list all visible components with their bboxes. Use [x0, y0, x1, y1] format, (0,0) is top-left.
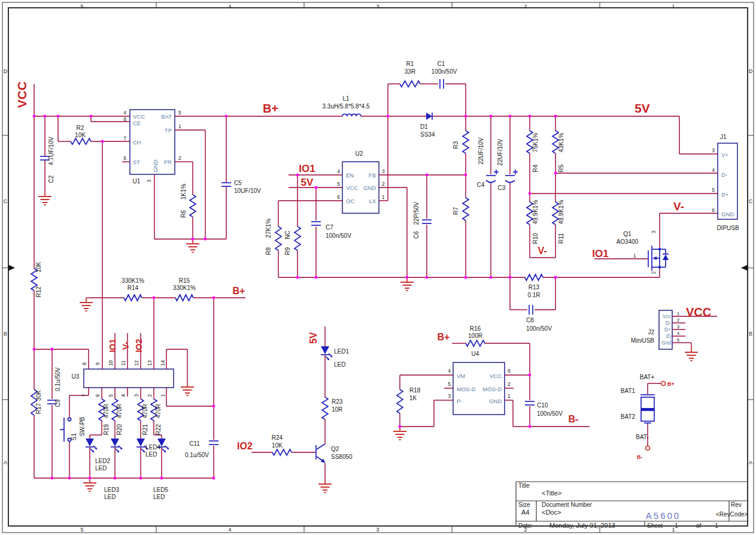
label-nums-4: 4 — [337, 168, 340, 174]
resistor-R18 — [397, 389, 403, 413]
label-nums-3: 3 — [133, 394, 139, 397]
label-nums-1: 1 — [160, 394, 166, 397]
junction-dot — [296, 276, 299, 279]
label-parts-r23: R23 — [332, 398, 343, 405]
label-frame-cols-2: 3 — [376, 4, 379, 10]
label-nets-vminus: V- — [538, 246, 546, 256]
label-parts-r16: R16 — [470, 325, 481, 332]
label-nets-bminus: B- — [569, 414, 579, 424]
junction-dot — [212, 297, 215, 300]
label-parts-v470: 470R — [116, 404, 123, 418]
label-nets-io2: IO2 — [237, 441, 253, 451]
label-nets-bplus: B+ — [263, 102, 278, 115]
label-frame-cols-0: 5 — [80, 4, 83, 10]
junction-dot — [192, 238, 195, 241]
label-parts-s1: S1 — [71, 433, 77, 440]
label-nums-7: 7 — [81, 394, 87, 397]
junction-dot — [204, 238, 207, 241]
label-sheet-rev_label: Rev — [731, 501, 742, 508]
junction-dot — [554, 115, 557, 118]
label-sheet-code: A5600 — [646, 510, 681, 521]
capacitor-C4 — [486, 180, 496, 183]
label-frame-cols-4: 1 — [672, 527, 675, 533]
label-parts-q2: Q2 — [331, 446, 339, 452]
label-nums-2: 2 — [651, 271, 657, 274]
label-parts-s1v: SW-PB — [79, 416, 86, 436]
label-nets-io1: IO1 — [108, 339, 117, 353]
label-parts-l1v: 3.3uH/5.8*5.8*4.5 — [323, 103, 370, 110]
label-nums-2: 2 — [147, 394, 153, 397]
junction-dot — [426, 174, 429, 177]
junction-dot — [153, 297, 156, 300]
label-parts-r12: R12 — [35, 286, 42, 297]
label-parts-r5: R5 — [558, 164, 564, 172]
label-pins-mosd: MOS-D — [457, 386, 476, 392]
label-pins-oc: OC — [346, 198, 354, 204]
label-parts-v22uf: 22UF/10V — [478, 137, 484, 164]
ground-icon — [38, 192, 51, 205]
label-parts-led: LED — [95, 465, 107, 471]
label-nets-io2: IO2 — [134, 339, 144, 353]
resistor-R16 — [466, 340, 485, 346]
ground-icon — [400, 277, 414, 291]
resistor-R7 — [463, 198, 469, 220]
transistor-Q2 — [317, 444, 325, 449]
label-parts-r8: R8 — [265, 247, 272, 255]
label-parts-q1: Q1 — [623, 231, 631, 237]
junction-dot — [529, 192, 532, 195]
label-parts-r21: R21 — [142, 424, 148, 435]
label-nums-1: 1 — [382, 194, 385, 200]
label-parts-c8: C8 — [526, 317, 534, 324]
switch-S1 — [68, 418, 71, 421]
label-nums-7: 7 — [123, 135, 126, 141]
label-parts-r24: R24 — [272, 434, 283, 441]
ground-icon — [685, 347, 698, 361]
label-pins-vcc: VCC — [133, 113, 145, 120]
label-pins-vcc2: Vcc — [663, 313, 672, 319]
label-parts-v01u: 0.1u/50V — [54, 367, 61, 391]
junction-dot — [464, 115, 467, 118]
label-parts-v10k: 10K — [35, 262, 42, 273]
junction-dot — [387, 115, 390, 118]
label-parts-c11: C11 — [189, 440, 200, 447]
label-parts-r6: R6 — [180, 210, 187, 217]
label-frame-rows-0: D — [4, 68, 8, 74]
label-parts-c5v: 10UF/10V — [234, 188, 261, 194]
label-parts-r13v: 0.1R — [527, 292, 540, 298]
label-frame-cols-0: 5 — [80, 527, 83, 533]
label-sheet-doc_label: Document Number — [542, 501, 593, 508]
label-parts-c3: C3 — [498, 185, 506, 191]
label-nets-io1: IO1 — [299, 163, 315, 174]
junction-dot — [554, 276, 557, 279]
ground-icon — [393, 427, 406, 440]
resistor-R24 — [272, 449, 292, 455]
label-nets-vcc: VCC — [686, 306, 711, 319]
resistor-R6 — [190, 195, 196, 217]
label-parts-batm: BAT- — [636, 434, 648, 440]
frame-left-arrow-icon — [8, 265, 15, 271]
label-parts-bat2: BAT2 — [621, 413, 636, 420]
label-frame-rows-0: D — [749, 68, 753, 74]
junction-dot — [33, 115, 36, 118]
label-parts-r13: R13 — [529, 284, 540, 291]
label-nets-vcc: VCC — [15, 81, 29, 108]
label-parts-r17v: 30K — [35, 390, 42, 401]
label-parts-r2: R2 — [77, 125, 84, 131]
label-parts-r9: R9 — [284, 247, 291, 255]
label-parts-r15: R15 — [179, 277, 190, 284]
label-pins-en: EN — [346, 172, 354, 179]
label-nums-4: 4 — [123, 110, 126, 116]
junction-dot — [315, 186, 318, 189]
junction-dot — [68, 477, 71, 480]
junction-dot — [490, 276, 493, 279]
label-pins-vcc: VCC — [346, 185, 358, 191]
label-nums-6: 6 — [123, 155, 126, 161]
label-nums-12: 12 — [133, 360, 139, 366]
label-sheet-sheet_total: 1 — [715, 522, 718, 529]
label-nums-14: 14 — [160, 360, 166, 366]
ground-icon — [181, 382, 194, 395]
label-pins-fb: FB — [369, 172, 376, 179]
resistor-R15 — [175, 295, 193, 301]
label-parts-d1v: SS34 — [420, 131, 435, 138]
label-parts-r23v: 10R — [332, 406, 342, 413]
